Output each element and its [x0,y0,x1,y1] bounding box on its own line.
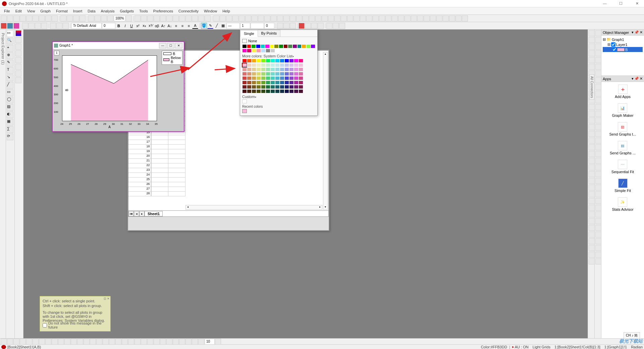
bottom-tool-icon[interactable] [7,339,13,345]
child-maximize[interactable]: ☐ [167,43,174,48]
batch-icon[interactable] [79,15,86,21]
right-tool-icon[interactable] [589,211,595,217]
layout-icon[interactable] [135,15,141,21]
app-send-graphs-word[interactable]: ▤Send Graphs ... [610,141,636,155]
toolbar-icon[interactable] [290,15,296,21]
right-tool-icon[interactable] [589,171,595,177]
om-series-b[interactable]: B [625,48,628,52]
color-swatch[interactable] [242,76,247,80]
color-swatch[interactable] [247,81,252,85]
right-tool-icon[interactable] [589,185,595,191]
toolbar-icon[interactable] [354,15,360,21]
rescale2-icon[interactable] [192,15,198,21]
color-swatch[interactable] [252,49,256,53]
grid-icon[interactable] [15,77,21,83]
table-row[interactable]: 18 [128,145,185,149]
increase-font-icon[interactable]: A↑ [160,23,166,29]
exchange-icon[interactable] [179,15,185,21]
right-tool-icon[interactable] [595,44,601,50]
app-add[interactable]: ＋Add Apps [615,85,631,99]
color-swatch[interactable] [289,76,294,80]
font-color-icon[interactable]: A [192,23,198,29]
new-matrix-icon[interactable] [45,15,51,21]
color-swatch[interactable] [279,44,283,48]
color-swatch[interactable] [275,81,280,85]
color-swatch[interactable] [247,76,252,80]
right-tool-icon[interactable] [589,205,595,211]
color-swatch[interactable] [294,63,299,67]
surface-icon[interactable] [15,37,21,43]
toolbar-icon[interactable] [436,15,442,21]
color-swatch[interactable] [270,59,275,63]
toolbar-icon[interactable] [328,15,334,21]
toolbar-icon[interactable] [258,15,264,21]
right-tool-icon[interactable] [589,144,595,150]
color-swatch[interactable] [266,81,270,85]
om-graph1[interactable]: Graph1 [612,38,624,42]
superscript-button[interactable]: x² [135,23,141,29]
right-tool-icon[interactable] [589,238,595,244]
right-tool-icon[interactable] [589,191,595,197]
color-swatch[interactable] [247,72,252,76]
tree-expand-icon[interactable]: ⊟ [603,37,606,42]
toolbar-icon[interactable] [430,15,436,21]
toolbar-icon[interactable] [322,15,328,21]
bottom-tool-icon[interactable] [58,339,64,345]
bottom-tool-icon[interactable] [13,339,19,345]
app-graph-maker[interactable]: 📊Graph Maker [612,103,633,117]
color-swatch[interactable] [280,63,284,67]
menu-insert[interactable]: Insert [70,8,85,14]
paste-format-icon[interactable] [29,23,35,29]
child-close[interactable]: ✕ [175,43,182,48]
color-swatch[interactable] [311,44,315,48]
copy-format-icon[interactable] [22,23,28,29]
right-tool-icon[interactable] [595,218,601,224]
window-minimize[interactable]: — [600,1,610,6]
right-tool-icon[interactable] [589,218,595,224]
misc-icon[interactable] [318,23,324,29]
bottom-tool-icon[interactable] [1,339,7,345]
bottom-tool-icon[interactable] [122,339,128,345]
apps-header[interactable]: Apps ▾📌✕ [601,76,644,82]
supsub-button[interactable]: x⅟ [148,23,154,29]
right-tool-icon[interactable] [595,37,601,43]
bottom-tool-icon[interactable] [115,339,121,345]
color-swatch[interactable] [284,63,289,67]
toolbar-icon[interactable] [417,15,423,21]
color-swatch[interactable] [261,89,266,93]
right-tool-icon[interactable] [589,245,595,251]
menu-edit[interactable]: Edit [13,8,24,14]
color-swatch[interactable] [261,76,266,80]
open-template-icon[interactable] [52,15,58,21]
import-icon[interactable] [60,15,66,21]
bottom-tool-icon[interactable] [141,339,147,345]
rescale3-icon[interactable] [63,23,69,29]
color-swatch[interactable] [292,44,297,48]
right-tool-icon[interactable] [595,158,601,164]
right-tool-icon[interactable] [589,138,595,144]
right-tool-icon[interactable] [595,151,601,157]
right-tool-icon[interactable] [595,211,601,217]
tab-bypoints[interactable]: By Points [258,30,280,37]
color-swatch[interactable] [261,49,266,53]
color-swatch[interactable] [247,89,252,93]
toolbar-icon[interactable] [366,15,372,21]
color-swatch[interactable] [284,67,289,71]
wire-icon[interactable] [283,23,289,29]
color-swatch[interactable] [265,44,270,48]
right-tool-icon[interactable] [595,124,601,130]
toolbar-icon[interactable] [347,15,353,21]
duplicate-icon[interactable] [101,15,107,21]
color-swatch[interactable] [299,76,303,80]
bottom-tool-icon[interactable] [26,339,32,345]
toolbar-icon[interactable] [264,15,270,21]
menu-graph[interactable]: Graph [38,8,53,14]
panel-icon[interactable] [141,15,147,21]
color-swatch[interactable] [242,59,247,63]
right-tool-icon[interactable] [595,57,601,63]
bottom-misc-icon[interactable] [215,339,221,345]
tab-single[interactable]: Single [240,30,258,37]
right-tool-icon[interactable] [589,151,595,157]
toolbar-icon[interactable] [239,15,245,21]
color-swatch[interactable] [266,67,270,71]
